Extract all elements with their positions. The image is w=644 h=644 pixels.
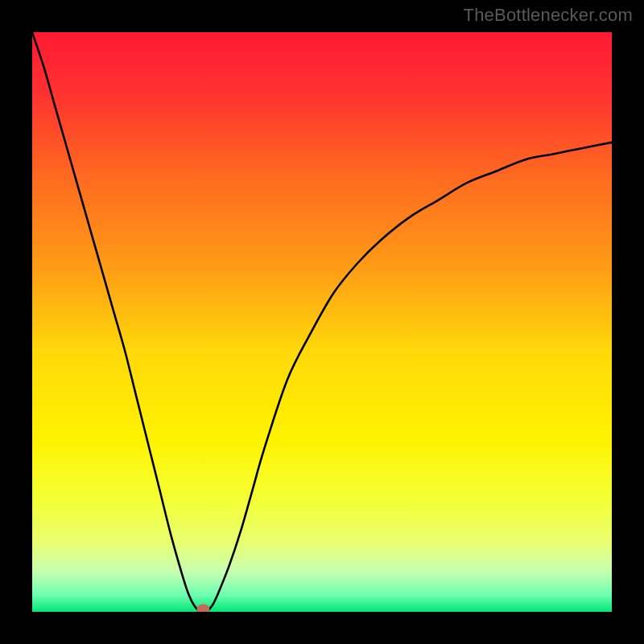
chart-frame: TheBottlenecker.com — [0, 0, 644, 644]
bottleneck-chart — [32, 32, 612, 612]
plot-area — [32, 32, 612, 612]
gradient-background — [32, 32, 612, 612]
watermark-text: TheBottlenecker.com — [464, 5, 633, 26]
